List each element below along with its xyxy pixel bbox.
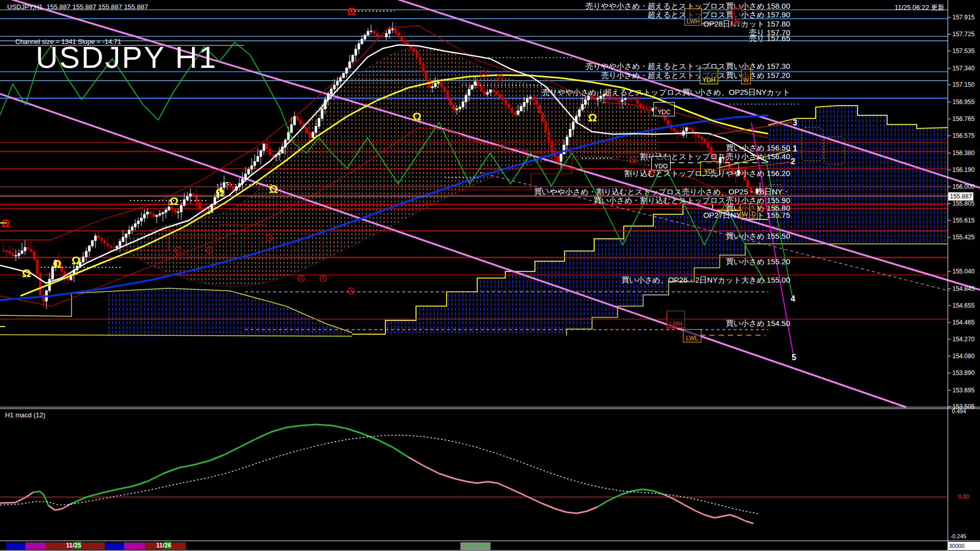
bar-count-box: 30000 [948,542,980,550]
price-axis-label: 154.270 [952,336,974,343]
price-axis-label: 157.725 [952,31,974,38]
updated-timestamp: 11/25 06:22 更新 [895,3,944,12]
macd-axis-top: 0.494 [952,408,966,414]
trading-terminal: ΩΩΩΩΩΩΩΩΩΩ USDJPY,H1 155.887 155.887 155… [0,0,980,551]
timeline-session[interactable] [6,542,26,549]
price-axis-label: 154.845 [952,285,974,292]
level-marker-box-ydl[interactable]: YDL [700,161,720,176]
macd-toggle-button[interactable]: macd ON [460,542,491,550]
price-axis-label: 156.575 [952,132,974,139]
chart-title: USDJPY,H1 155.887 155.887 155.887 155.88… [7,3,148,11]
level-marker-box-m[interactable]: M [732,8,742,26]
price-axis-label: 154.465 [952,319,974,326]
order-note: 売り小さめ・超えるとストップロス買い小さめ 157.20 [601,71,790,81]
order-note: 売り 157.65 [749,34,790,43]
level-marker-box-ydo[interactable]: YDO [651,156,671,170]
price-axis-label: 157.340 [952,65,974,72]
price-axis-label: 157.915 [952,14,974,21]
price-axis-label: 155.615 [952,217,974,224]
svg-text:Ω: Ω [169,195,179,208]
macd-axis-bottom: -0.245 [950,533,966,539]
price-axis-label: 154.080 [952,353,974,360]
macd-indicator-label: H1 macd (12) [5,411,45,419]
price-axis-label: 155.040 [952,268,974,275]
timeline-session[interactable] [26,542,46,549]
order-note: 買い小さめ 154.50 [726,319,790,329]
order-note: 超えるとストップロス買い小さめ 157.90 [648,10,790,20]
level-marker-box-d[interactable]: D [749,204,758,218]
price-axis-label: 155.425 [952,234,974,241]
price-axis-label: 157.535 [952,47,974,55]
timeline-session[interactable] [105,542,124,549]
order-note: 買い小さめ、OP26・2日NYカット大きめ 155.00 [622,276,790,285]
level-marker-box-w[interactable]: W [740,204,750,218]
price-axis-label: 154.655 [952,302,974,309]
price-axis-label: 157.150 [952,81,974,88]
level-marker-box-lwl[interactable]: LWL [683,329,701,342]
svg-text:Ω: Ω [269,183,278,195]
price-axis-label: 156.380 [952,149,974,157]
order-note: 売りやや小さめ・超えるとストップロス買い小さめ 157.30 [585,62,790,71]
svg-text:Ω: Ω [22,267,31,280]
svg-text:Ω: Ω [215,186,225,199]
order-note: 買い小さめ 155.20 [726,257,790,267]
level-marker-box-lmh[interactable]: LMH [667,311,685,328]
timeline-date-label: 11/25 [66,542,81,549]
target-number-1: 1 [793,144,797,154]
price-axis-label: 155.805 [952,200,974,207]
timeline-session[interactable] [124,542,145,549]
level-marker-box-ydc[interactable]: YDC [653,102,675,116]
channel-info-label: Channel size = 1341 Slope = -14.71 [15,38,121,45]
price-axis-label: 156.000 [952,183,974,190]
price-axis-label: 153.695 [952,387,974,394]
price-axis-label: 156.955 [952,98,974,106]
svg-text:Ω: Ω [71,254,81,267]
svg-text:Ω: Ω [412,110,422,123]
target-number-2: 2 [791,157,795,166]
price-axis-label: 156.765 [952,115,974,122]
svg-text:Ω: Ω [588,111,597,124]
level-marker-box-w[interactable]: W [741,69,751,84]
level-marker-box-ydh[interactable]: YDH [700,68,718,84]
price-chart-canvas[interactable]: ΩΩΩΩΩΩΩΩΩΩ [0,0,980,551]
current-price-box: 155.887 [948,192,973,201]
svg-text:Ω: Ω [53,258,62,270]
target-number-3: 3 [793,118,797,128]
order-note: 売りやや小さめ・超えるとストップロス買い小さめ、OP25日NYカット [542,88,790,97]
price-axis-label: 156.190 [952,166,974,173]
level-marker-box-lwh[interactable]: LWH [684,8,702,26]
order-note: 買い小さめ 155.50 [726,232,790,241]
price-axis-label: 153.890 [952,369,974,377]
macd-axis-zero: 0.00 [958,493,969,499]
target-number-5: 5 [792,353,796,362]
timeline-date-label: 11/26 [156,542,171,549]
target-number-4: 4 [791,294,795,304]
